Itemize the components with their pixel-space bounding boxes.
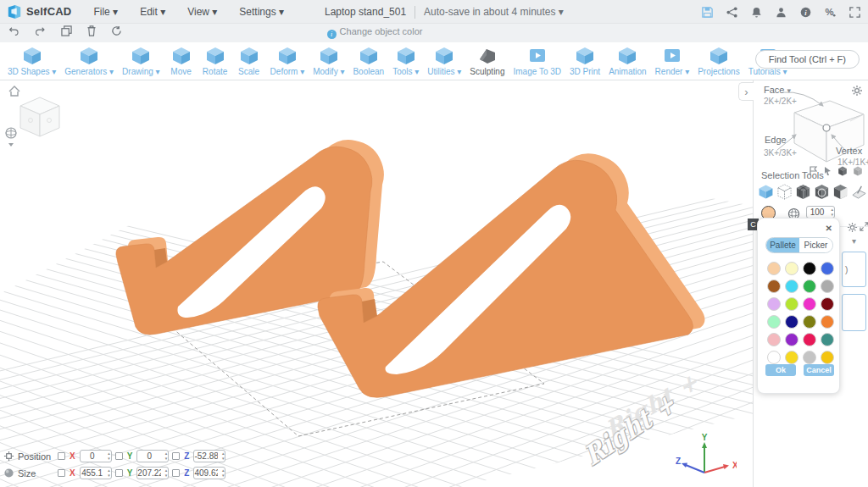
tool-projections[interactable]: Projections — [693, 47, 743, 76]
color-swatch[interactable] — [821, 315, 834, 329]
shortcuts-icon[interactable]: % — [823, 5, 837, 19]
perspective-toggle-icon[interactable] — [6, 128, 16, 147]
color-swatch[interactable] — [767, 333, 781, 346]
size-y-checkbox[interactable] — [115, 469, 123, 477]
redo-icon[interactable] — [35, 25, 47, 39]
tool-tools[interactable]: Tools ▾ — [388, 47, 423, 76]
color-swatch[interactable] — [785, 315, 798, 329]
home-view-icon[interactable] — [9, 86, 19, 96]
copy-icon[interactable] — [61, 25, 72, 39]
select-vertices-mode-icon[interactable] — [776, 184, 793, 200]
viewport-canvas[interactable] — [0, 80, 753, 487]
size-z-input[interactable]: ▴▾ — [193, 467, 225, 479]
color-swatch[interactable] — [785, 297, 798, 311]
info-icon[interactable]: i — [798, 5, 812, 19]
select-solid-mode-icon[interactable] — [758, 184, 774, 200]
color-swatch[interactable] — [785, 279, 798, 293]
color-swatch[interactable] — [821, 262, 834, 275]
popup-expand-icon[interactable] — [860, 222, 868, 234]
position-x-checkbox[interactable] — [58, 452, 65, 460]
position-z-checkbox[interactable] — [172, 452, 180, 460]
notifications-bell-icon[interactable] — [749, 5, 763, 19]
color-swatch[interactable] — [785, 262, 798, 275]
stepper-arrows-icon[interactable]: ▴▾ — [831, 207, 833, 217]
size-x-checkbox[interactable] — [58, 469, 65, 477]
undo-icon[interactable] — [8, 25, 20, 39]
tool-3d-print[interactable]: 3D Print — [565, 47, 604, 76]
menu-settings[interactable]: Settings ▾ — [239, 6, 284, 18]
reset-icon[interactable] — [111, 25, 122, 39]
menu-file[interactable]: File ▾ — [93, 6, 118, 18]
position-y-checkbox[interactable] — [115, 452, 123, 460]
color-swatch[interactable] — [821, 297, 834, 311]
tool-sculpting[interactable]: Sculpting — [465, 47, 509, 76]
tool-generators[interactable]: Generators ▾ — [60, 47, 118, 76]
tool-render[interactable]: Render ▾ — [651, 47, 694, 76]
fullscreen-icon[interactable] — [848, 5, 861, 19]
select-partial-mode-icon[interactable] — [832, 184, 849, 200]
brush-strength-input[interactable]: ▴▾ — [806, 206, 835, 219]
color-swatch[interactable] — [821, 351, 834, 364]
size-x-input[interactable]: ▴▾ — [80, 467, 112, 479]
ok-button[interactable]: Ok — [765, 364, 796, 376]
color-swatch[interactable] — [767, 262, 781, 275]
tool-drawing[interactable]: Drawing ▾ — [118, 47, 164, 76]
color-swatch[interactable] — [767, 351, 781, 364]
tool-animation[interactable]: Animation — [604, 47, 650, 76]
color-swatch[interactable] — [821, 333, 834, 346]
tab-palette[interactable]: Pallete — [766, 238, 799, 252]
position-x-input[interactable]: ▴▾ — [80, 450, 112, 462]
size-z-checkbox[interactable] — [172, 469, 180, 477]
position-z-input[interactable]: ▴▾ — [193, 450, 225, 462]
color-swatch[interactable] — [785, 351, 798, 364]
account-icon[interactable] — [774, 5, 787, 19]
position-y-input[interactable]: ▴▾ — [136, 450, 169, 462]
lasso-select-icon[interactable] — [809, 166, 818, 179]
color-swatch[interactable] — [803, 279, 816, 293]
tool-scale[interactable]: Scale — [232, 47, 266, 76]
stepper-arrows-icon[interactable]: ▴▾ — [222, 451, 225, 461]
hidden-secondary-button[interactable] — [842, 294, 866, 331]
tool-move[interactable]: Move — [164, 47, 198, 76]
hidden-apply-button[interactable]: ) — [842, 252, 866, 287]
paint-select-icon[interactable] — [853, 166, 863, 179]
color-swatch[interactable] — [785, 333, 798, 346]
delete-trash-icon[interactable] — [86, 25, 97, 39]
app-logo[interactable]: SelfCAD — [7, 4, 71, 19]
tab-picker[interactable]: Picker — [799, 238, 832, 252]
menu-view[interactable]: View ▾ — [187, 6, 217, 18]
color-swatch[interactable] — [803, 333, 816, 346]
flatten-plane-icon[interactable] — [851, 184, 867, 200]
box-select-icon[interactable] — [837, 166, 848, 179]
tool-image-to-3d[interactable]: Image To 3D — [509, 47, 565, 76]
autosave-dropdown[interactable]: Auto-save in about 4 minutes ▾ — [424, 6, 564, 18]
select-sphere-mode-icon[interactable] — [814, 184, 830, 200]
cancel-button[interactable]: Cancel — [804, 364, 834, 376]
color-swatch[interactable] — [803, 351, 816, 364]
color-swatch[interactable] — [767, 315, 781, 329]
tool-rotate[interactable]: Rotate — [198, 47, 232, 76]
color-swatch[interactable] — [821, 279, 834, 293]
color-swatch[interactable] — [803, 262, 816, 275]
color-swatch[interactable] — [803, 315, 816, 329]
tool-modify[interactable]: Modify ▾ — [309, 47, 348, 76]
close-icon[interactable]: ✕ — [826, 224, 832, 233]
stepper-arrows-icon[interactable]: ▴▾ — [108, 451, 110, 461]
cursor-select-icon[interactable] — [823, 166, 832, 179]
find-tool-button[interactable]: Find Tool (Ctrl + F) — [755, 50, 860, 69]
share-icon[interactable] — [725, 5, 738, 19]
panel-collapse-button[interactable]: › — [738, 82, 754, 101]
view-cube[interactable] — [20, 97, 59, 136]
stepper-arrows-icon[interactable]: ▴▾ — [222, 468, 225, 478]
tool-utilities[interactable]: Utilities ▾ — [423, 47, 465, 76]
color-swatch[interactable] — [767, 279, 781, 293]
color-swatch[interactable] — [803, 297, 816, 311]
tool-deform[interactable]: Deform ▾ — [266, 47, 309, 76]
menu-edit[interactable]: Edit ▾ — [140, 6, 165, 18]
tool-3d-shapes[interactable]: 3D Shapes ▾ — [3, 47, 60, 76]
tool-boolean[interactable]: Boolean — [348, 47, 388, 76]
save-icon[interactable] — [700, 5, 714, 19]
stepper-arrows-icon[interactable]: ▴▾ — [108, 468, 110, 478]
select-faces-mode-icon[interactable] — [795, 184, 811, 200]
color-swatch[interactable] — [767, 297, 781, 311]
